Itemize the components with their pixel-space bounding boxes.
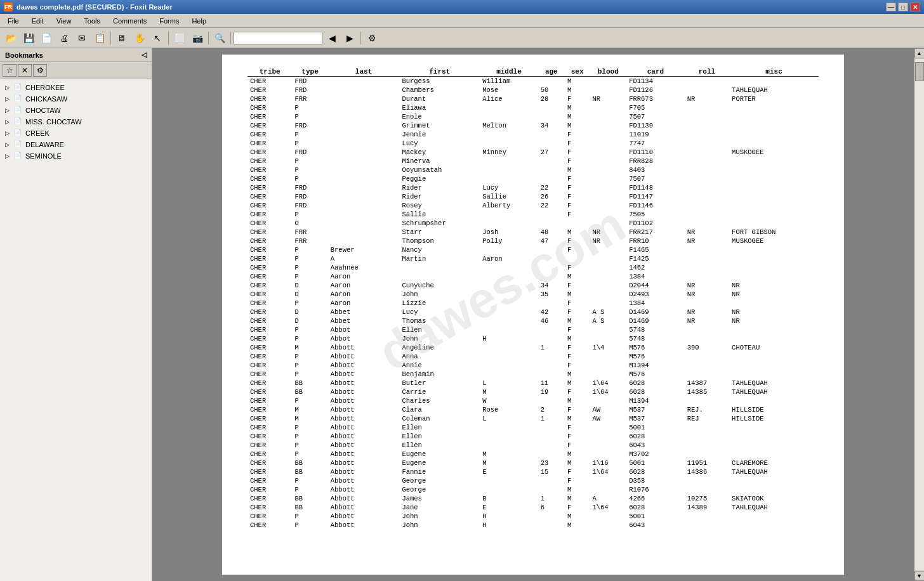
select-button[interactable]: ↖ [149, 30, 166, 46]
col-header-sex: sex [565, 67, 590, 77]
table-cell [480, 352, 538, 361]
save-button[interactable]: 💾 [20, 30, 37, 46]
table-cell: Melton [480, 121, 538, 130]
table-cell: D [292, 290, 327, 299]
table-cell: D1469 [626, 317, 685, 325]
minimize-button[interactable]: — [886, 3, 896, 11]
table-row: CHERFRDChambersMose50MFD1126TAHLEQUAH [248, 86, 819, 95]
table-cell: Abbott [328, 361, 400, 370]
table-cell: CHER [248, 317, 292, 325]
menu-tools[interactable]: Tools [79, 16, 105, 26]
scroll-thumb[interactable] [915, 62, 924, 81]
table-cell: CHER [248, 121, 292, 130]
table-cell [480, 432, 538, 441]
table-cell [538, 77, 565, 86]
menu-edit[interactable]: Edit [27, 16, 49, 26]
table-cell: Mose [480, 86, 538, 95]
table-cell: M [292, 414, 327, 423]
title-bar-buttons[interactable]: — □ ✕ [886, 3, 920, 11]
bookmark-item-creek[interactable]: ▷ 📄 CREEK [0, 127, 152, 139]
table-row: CHERBBAbbottJamesB1MA426610275SKIATOOK [248, 494, 819, 503]
table-cell: FRD [292, 77, 327, 86]
table-cell: F [565, 405, 590, 414]
bookmark-delete-icon[interactable]: ✕ [18, 64, 32, 77]
menu-view[interactable]: View [51, 16, 77, 26]
table-cell: M [565, 317, 590, 325]
table-cell: CHER [248, 352, 292, 361]
view-button[interactable]: 🖥 [114, 30, 130, 46]
table-cell [685, 441, 729, 450]
window-title: dawes complete.pdf (SECURED) - Foxit Rea… [16, 3, 173, 11]
table-row: CHERPAbbottBenjaminMM576 [248, 370, 819, 379]
table-cell: Abbott [328, 388, 400, 396]
bookmark-item-seminole[interactable]: ▷ 📄 SEMINOLE [0, 150, 152, 162]
table-cell: CHER [248, 503, 292, 512]
search-next[interactable]: ▶ [341, 30, 358, 46]
maximize-button[interactable]: □ [898, 3, 908, 11]
table-cell [328, 192, 400, 201]
table-cell: CHER [248, 494, 292, 503]
table-cell [480, 245, 538, 254]
snapshot-button[interactable]: 📷 [189, 30, 206, 46]
table-cell: A [590, 494, 626, 503]
table-cell [685, 210, 729, 219]
table-cell: NR [590, 95, 626, 103]
bookmark-add-icon[interactable]: ☆ [3, 64, 16, 77]
find-button[interactable]: 🔍 [211, 30, 228, 46]
search-prev[interactable]: ◀ [324, 30, 340, 46]
bookmark-item-choctaw[interactable]: ▷ 📄 CHOCTAW [0, 105, 152, 116]
search-input[interactable] [234, 32, 322, 44]
table-cell [685, 352, 729, 361]
table-cell: 6043 [626, 521, 685, 530]
toolbar-separator-1 [110, 32, 111, 44]
table-cell: PORTER [729, 95, 819, 103]
table-cell: John [399, 290, 480, 299]
table-cell [538, 254, 565, 263]
table-cell: A S [590, 317, 626, 325]
email-button[interactable]: ✉ [74, 30, 90, 46]
table-cell: D2493 [626, 290, 685, 299]
bookmark-item-cherokee[interactable]: ▷ 📄 CHEROKEE [0, 82, 152, 93]
table-cell: P [292, 423, 327, 432]
table-cell: P [292, 254, 327, 263]
export-button[interactable]: 📋 [91, 30, 108, 46]
content-area: dawes.com tribe type last first middle a… [152, 48, 924, 581]
scroll-down-button[interactable]: ▼ [914, 571, 925, 581]
title-bar-left: FR dawes complete.pdf (SECURED) - Foxit … [4, 3, 173, 11]
table-cell: 7507 [626, 112, 685, 121]
table-cell [480, 290, 538, 299]
print-button[interactable]: 🖨 [56, 30, 72, 46]
table-cell [480, 317, 538, 325]
menu-help[interactable]: Help [187, 16, 211, 26]
table-cell: 1\4 [590, 343, 626, 352]
bookmark-properties-icon[interactable]: ⚙ [33, 64, 47, 77]
scroll-track[interactable] [915, 59, 924, 570]
fit-button[interactable]: ⬜ [171, 30, 188, 46]
bookmark-item-miss-choctaw[interactable]: ▷ 📄 MISS. CHOCTAW [0, 116, 152, 127]
scrollbar-right[interactable]: ▲ ▼ [914, 48, 924, 581]
table-cell [328, 121, 400, 130]
sidebar-collapse-icon[interactable]: ◁ [142, 51, 147, 59]
open-button[interactable]: 📂 [3, 30, 19, 46]
more-button[interactable]: ⚙ [364, 30, 380, 46]
menu-forms[interactable]: Forms [154, 16, 184, 26]
table-row: CHERFRDRiderSallie26FFD1147 [248, 192, 819, 201]
pdf-viewer[interactable]: dawes.com tribe type last first middle a… [152, 48, 914, 581]
table-cell: Fannie [399, 467, 480, 476]
menu-comments[interactable]: Comments [108, 16, 152, 26]
save-as-button[interactable]: 📄 [38, 30, 55, 46]
table-cell [729, 219, 819, 228]
table-cell [590, 219, 626, 228]
table-cell: 10275 [685, 494, 729, 503]
bookmark-item-chickasaw[interactable]: ▷ 📄 CHICKASAW [0, 93, 152, 105]
menu-file[interactable]: File [3, 16, 24, 26]
close-button[interactable]: ✕ [910, 3, 920, 11]
bookmark-item-delaware[interactable]: ▷ 📄 DELAWARE [0, 139, 152, 150]
table-cell: P [292, 361, 327, 370]
table-cell: 11951 [685, 459, 729, 467]
hand-button[interactable]: ✋ [131, 30, 148, 46]
scroll-up-button[interactable]: ▲ [914, 48, 925, 58]
col-header-blood: blood [590, 67, 626, 77]
table-cell: NR [729, 281, 819, 290]
table-cell: F [565, 325, 590, 334]
